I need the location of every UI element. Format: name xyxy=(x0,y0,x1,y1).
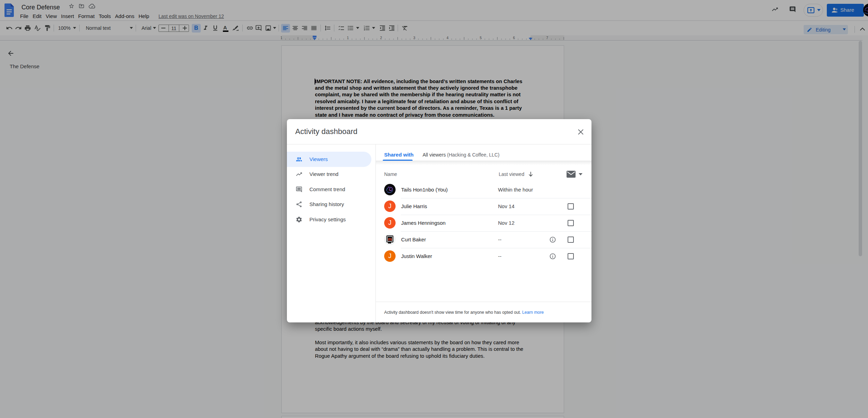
svg-text:m: m xyxy=(388,237,392,242)
